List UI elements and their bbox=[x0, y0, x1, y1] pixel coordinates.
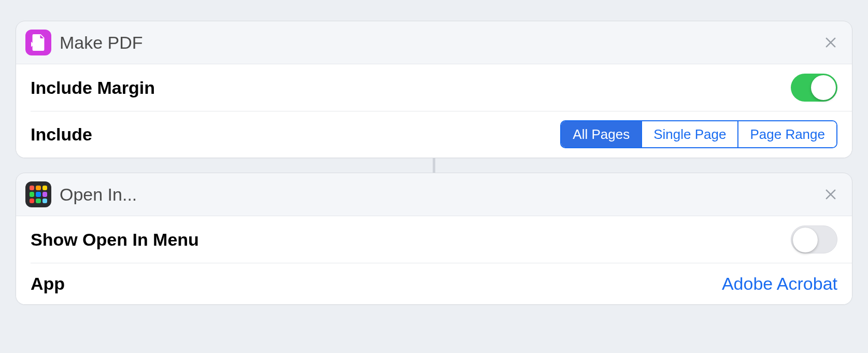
close-icon[interactable] bbox=[822, 34, 839, 51]
make-pdf-action-card: Make PDF Include Margin Include All Page… bbox=[16, 21, 852, 158]
app-row[interactable]: App Adobe Acrobat bbox=[16, 263, 852, 304]
app-label: App bbox=[31, 274, 65, 294]
pdf-document-icon bbox=[25, 30, 51, 55]
show-open-in-menu-label: Show Open In Menu bbox=[31, 230, 199, 250]
make-pdf-header: Make PDF bbox=[16, 21, 852, 64]
toggle-knob bbox=[793, 228, 818, 252]
app-grid-icon bbox=[25, 181, 51, 207]
segment-all-pages[interactable]: All Pages bbox=[561, 121, 641, 147]
make-pdf-title: Make PDF bbox=[60, 33, 814, 53]
action-connector bbox=[16, 158, 852, 173]
show-open-in-menu-toggle[interactable] bbox=[791, 225, 837, 253]
include-row: Include All Pages Single Page Page Range bbox=[16, 111, 852, 158]
show-open-in-menu-row: Show Open In Menu bbox=[16, 216, 852, 263]
include-margin-label: Include Margin bbox=[31, 78, 155, 98]
open-in-header: Open In... bbox=[16, 173, 852, 216]
app-value: Adobe Acrobat bbox=[722, 274, 837, 294]
make-pdf-body: Include Margin Include All Pages Single … bbox=[16, 64, 852, 158]
include-margin-row: Include Margin bbox=[16, 64, 852, 111]
include-margin-toggle[interactable] bbox=[791, 74, 837, 102]
include-label: Include bbox=[31, 124, 92, 145]
include-segmented-control: All Pages Single Page Page Range bbox=[560, 120, 837, 148]
toggle-knob bbox=[811, 75, 836, 100]
open-in-action-card: Open In... Show Open In Menu App Adobe A… bbox=[16, 173, 852, 305]
close-icon[interactable] bbox=[822, 186, 839, 203]
open-in-title: Open In... bbox=[60, 185, 814, 205]
open-in-body: Show Open In Menu App Adobe Acrobat bbox=[16, 216, 852, 304]
segment-single-page[interactable]: Single Page bbox=[641, 121, 737, 147]
segment-page-range[interactable]: Page Range bbox=[737, 121, 836, 147]
